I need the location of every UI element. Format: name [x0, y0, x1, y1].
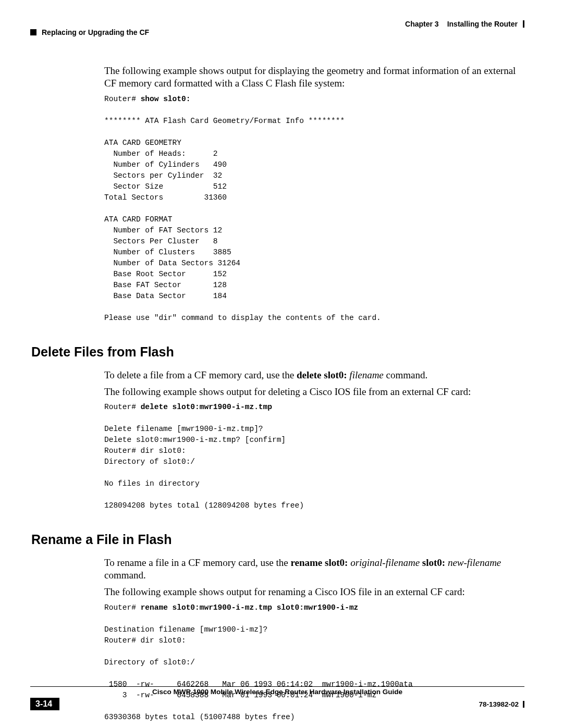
command: rename slot0:mwr1900-i-mz.tmp slot0:mwr1…	[141, 603, 359, 612]
section-title: Replacing or Upgrading the CF	[42, 28, 149, 36]
code-block-delete: Router# delete slot0:mwr1900-i-mz.tmp De…	[104, 402, 524, 511]
command: show slot0:	[141, 95, 191, 103]
output: ******** ATA Flash Card Geometry/Format …	[104, 117, 381, 322]
prompt: Router#	[104, 95, 141, 103]
delete-para-2: The following example shows output for d…	[104, 386, 524, 398]
command: delete slot0:mwr1900-i-mz.tmp	[141, 403, 272, 411]
intro-paragraph: The following example shows output for d…	[104, 65, 524, 90]
doc-number: 78-13982-02	[479, 700, 524, 708]
header-chapter: Chapter 3 Installing the Router	[405, 20, 524, 28]
page-footer: Cisco MWR 1900 Mobile Wireless Edge Rout…	[30, 686, 524, 710]
output: Delete filename [mwr1900-i-mz.tmp]? Dele…	[104, 425, 304, 510]
chapter-title: Installing the Router	[447, 20, 518, 28]
heading-rename-file: Rename a File in Flash	[31, 532, 524, 547]
footer-guide-title: Cisco MWR 1900 Mobile Wireless Edge Rout…	[30, 688, 524, 696]
rename-para-2: The following example shows output for r…	[104, 586, 524, 598]
header-separator	[523, 20, 524, 28]
page-number-badge: 3-14	[30, 698, 59, 710]
prompt: Router#	[104, 403, 141, 411]
heading-delete-files: Delete Files from Flash	[31, 344, 524, 360]
code-block-show-slot0: Router# show slot0: ******** ATA Flash C…	[104, 94, 524, 324]
section-bullet-icon	[30, 29, 36, 35]
footer-separator	[523, 701, 524, 708]
header-section: Replacing or Upgrading the CF	[30, 28, 149, 36]
delete-para-1: To delete a file from a CF memory card, …	[104, 369, 524, 381]
chapter-label: Chapter 3	[405, 20, 439, 28]
footer-rule	[30, 686, 524, 687]
prompt: Router#	[104, 603, 141, 612]
rename-para-1: To rename a file in a CF memory card, us…	[104, 557, 524, 582]
page-content: The following example shows output for d…	[31, 65, 524, 723]
